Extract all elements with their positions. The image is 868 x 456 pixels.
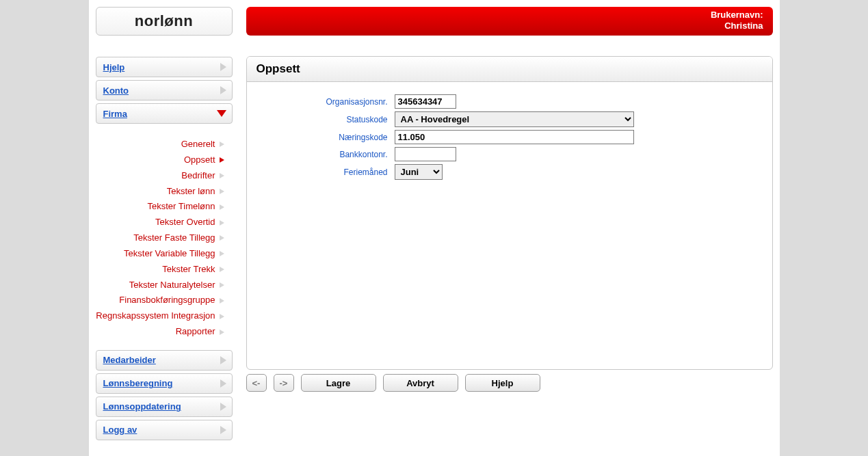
nav-loggav[interactable]: Logg av <box>96 420 233 440</box>
chevron-right-icon <box>220 157 224 163</box>
nav-lonnsberegning[interactable]: Lønnsberegning <box>96 373 233 394</box>
nav-loggav-label: Logg av <box>103 425 137 435</box>
chevron-right-icon <box>220 189 224 194</box>
chevron-right-icon <box>220 267 224 272</box>
firma-sub-item-label: Tekster Faste Tillegg <box>133 232 215 245</box>
firma-sub-item-label: Tekster Naturalytelser <box>129 279 215 292</box>
firma-sub-item-label: Oppsett <box>184 154 215 167</box>
hjelp-button[interactable]: Hjelp <box>465 374 540 392</box>
nav-lonnsoppdatering-label: Lønnsoppdatering <box>103 401 181 412</box>
firma-sub-item-label: Rapporter <box>176 325 215 338</box>
firma-sub-item[interactable]: Finansbokføringsgruppe <box>96 293 224 308</box>
firma-sub-item[interactable]: Rapporter <box>96 324 224 340</box>
chevron-right-icon <box>220 251 224 256</box>
chevron-right-icon <box>220 298 224 304</box>
chevron-right-icon <box>220 235 224 241</box>
firma-sub-item-label: Tekster Variable Tillegg <box>124 247 215 260</box>
label-naering: Næringskode <box>258 133 395 142</box>
chevron-right-icon <box>220 314 224 319</box>
nav-konto-label: Konto <box>103 85 129 96</box>
firma-sub-item-label: Tekster Timelønn <box>148 200 215 213</box>
firma-sub-item-label: Bedrifter <box>181 170 215 183</box>
firma-sub-item[interactable]: Oppsett <box>96 152 224 168</box>
nav-firma[interactable]: Firma <box>96 103 233 124</box>
chevron-right-icon <box>220 282 224 288</box>
firma-sub-item[interactable]: Tekster Timelønn <box>96 199 224 215</box>
nav-hjelp[interactable]: Hjelp <box>96 57 233 77</box>
prev-button[interactable]: <- <box>246 374 267 392</box>
nav-lonnsoppdatering[interactable]: Lønnsoppdatering <box>96 397 233 417</box>
lagre-button[interactable]: Lagre <box>301 374 376 392</box>
firma-sub-item[interactable]: Tekster Overtid <box>96 215 224 230</box>
firma-sub-item[interactable]: Tekster Trekk <box>96 262 224 278</box>
chevron-down-icon <box>217 110 226 117</box>
label-bankkonto: Bankkontonr. <box>258 150 395 159</box>
firma-sub-item-label: Generelt <box>181 138 215 151</box>
nav-hjelp-label: Hjelp <box>103 62 125 72</box>
chevron-right-icon <box>220 379 226 388</box>
nav-medarbeider-label: Medarbeider <box>103 355 156 365</box>
nav-medarbeider[interactable]: Medarbeider <box>96 350 233 371</box>
label-statuskode: Statuskode <box>258 115 395 124</box>
chevron-right-icon <box>220 173 224 178</box>
chevron-right-icon <box>220 330 224 335</box>
firma-sub-item[interactable]: Tekster Faste Tillegg <box>96 230 224 246</box>
input-orgnr[interactable] <box>395 94 456 109</box>
panel-oppsett: Oppsett Organisasjonsnr. Statuskode AA -… <box>246 56 773 370</box>
firma-sub-item[interactable]: Tekster lønn <box>96 184 224 200</box>
select-statuskode[interactable]: AA - Hovedregel <box>395 111 634 127</box>
user-header: Brukernavn: Christina <box>246 7 773 36</box>
input-naering[interactable] <box>395 130 634 144</box>
firma-sub-item-label: Regnskapssystem Integrasjon <box>96 310 215 323</box>
nav-firma-label: Firma <box>103 109 127 119</box>
firma-sub-item-label: Finansbokføringsgruppe <box>119 294 215 307</box>
firma-sub-item[interactable]: Tekster Variable Tillegg <box>96 246 224 262</box>
panel-title: Oppsett <box>247 57 772 82</box>
chevron-right-icon <box>220 403 226 411</box>
firma-sub-item[interactable]: Tekster Naturalytelser <box>96 278 224 293</box>
username-value: Christina <box>256 21 763 31</box>
nav-lonnsberegning-label: Lønnsberegning <box>103 378 173 388</box>
firma-sub-item-label: Tekster lønn <box>167 185 215 198</box>
input-bankkonto[interactable] <box>395 147 456 161</box>
chevron-right-icon <box>220 63 226 71</box>
logo-text: norlønn <box>135 12 193 30</box>
chevron-right-icon <box>220 220 224 226</box>
firma-sub-item[interactable]: Bedrifter <box>96 168 224 184</box>
next-button[interactable]: -> <box>274 374 294 392</box>
firma-sub-item[interactable]: Regnskapssystem Integrasjon <box>96 308 224 324</box>
chevron-right-icon <box>220 426 226 434</box>
chevron-right-icon <box>220 204 224 210</box>
select-feriemnd[interactable]: Juni <box>395 164 443 180</box>
chevron-right-icon <box>220 142 224 147</box>
nav-konto[interactable]: Konto <box>96 80 233 100</box>
username-label: Brukernavn: <box>256 10 763 21</box>
chevron-right-icon <box>220 86 226 94</box>
label-orgnr: Organisasjonsnr. <box>258 97 395 107</box>
chevron-right-icon <box>220 356 226 364</box>
firma-sub-item-label: Tekster Overtid <box>155 216 215 229</box>
firma-sub-item[interactable]: Generelt <box>96 137 224 152</box>
logo: norlønn <box>96 7 233 36</box>
firma-submenu: GenereltOppsettBedrifterTekster lønnTeks… <box>96 126 233 350</box>
firma-sub-item-label: Tekster Trekk <box>162 263 215 276</box>
avbryt-button[interactable]: Avbryt <box>383 374 458 392</box>
label-feriemnd: Feriemåned <box>258 167 395 177</box>
